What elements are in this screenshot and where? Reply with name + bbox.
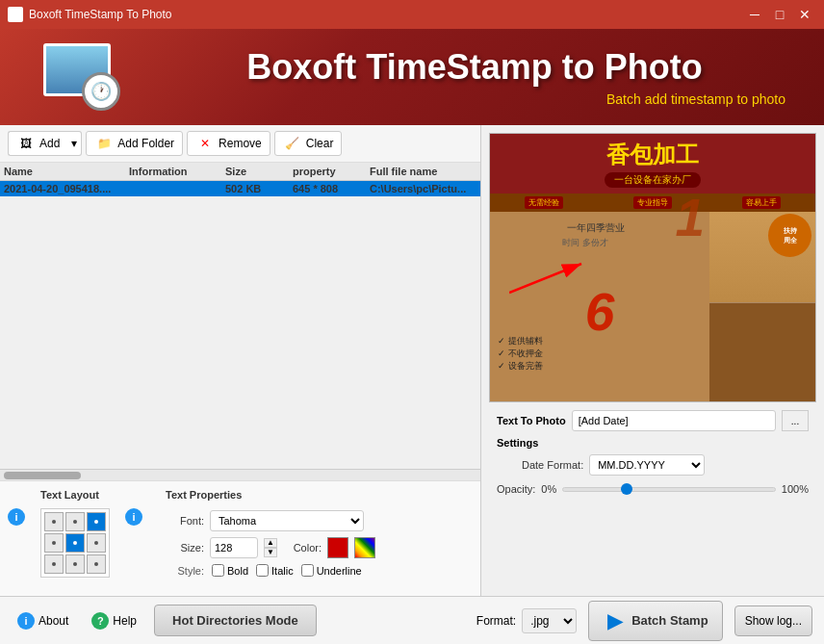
layout-dot: [73, 541, 77, 545]
poster-right: 扶持周全: [709, 212, 815, 401]
remove-icon: ✕: [195, 136, 215, 151]
italic-check-label[interactable]: Italic: [256, 564, 294, 577]
add-dropdown-arrow[interactable]: ▾: [67, 131, 82, 156]
header-title: Boxoft TimeStamp to Photo: [144, 47, 805, 88]
clear-icon: 🧹: [283, 136, 302, 151]
layout-cell-0-0[interactable]: [44, 512, 64, 531]
layout-dot: [94, 562, 98, 566]
show-log-button[interactable]: Show log...: [734, 605, 812, 636]
format-row: Format: .jpg .png .bmp: [476, 608, 577, 633]
slider-thumb[interactable]: [621, 483, 632, 495]
layout-cell-2-0[interactable]: [44, 554, 64, 574]
col-header-size: Size: [225, 166, 293, 177]
maximize-button[interactable]: □: [768, 5, 791, 24]
settings-label: Settings: [497, 437, 538, 449]
color-label: Color:: [283, 542, 322, 554]
big-number-6: 6: [585, 286, 615, 339]
layout-cell-1-1[interactable]: [65, 533, 85, 553]
col-header-fullname: Full file name: [370, 166, 476, 177]
layout-cell-2-1[interactable]: [65, 554, 85, 574]
file-list-body[interactable]: 2021-04-20_095418.... 502 KB 645 * 808 C…: [0, 181, 480, 469]
file-list-area: Name Information Size property Full file…: [0, 163, 480, 480]
add-dropdown: 🖼 Add ▾: [8, 131, 82, 156]
ttp-input[interactable]: [572, 410, 776, 431]
text-layout-section: Text Layout: [40, 489, 110, 588]
remove-button[interactable]: ✕ Remove: [187, 131, 270, 156]
bold-label: Bold: [227, 565, 248, 577]
color-palette-button[interactable]: [354, 537, 375, 558]
ttp-browse-button[interactable]: ...: [782, 410, 809, 431]
feature-1: ✓ 提供辅料: [498, 335, 543, 348]
text-properties-section: Text Properties Font: Tahoma Size: ▲ ▼ C…: [166, 489, 375, 588]
help-label: Help: [113, 614, 137, 628]
file-list-header: Name Information Size property Full file…: [0, 163, 480, 181]
poster-time-text: 时间 多份才: [562, 237, 608, 249]
date-format-select[interactable]: MM.DD.YYYY DD.MM.YYYY YYYY.MM.DD: [589, 454, 705, 476]
minimize-button[interactable]: ─: [743, 5, 766, 24]
add-folder-button[interactable]: 📁 Add Folder: [86, 131, 183, 156]
size-label: Size:: [166, 542, 204, 554]
bottom-bar: i About ? Help Hot Directories Mode Form…: [0, 596, 824, 644]
layout-dot: [73, 562, 77, 566]
toolbar: 🖼 Add ▾ 📁 Add Folder ✕ Remove 🧹 Clear: [0, 125, 480, 163]
poster-top-banner: 香包加工 一台设备在家办厂: [490, 134, 815, 193]
layout-dot: [52, 562, 56, 566]
layout-cell-0-2[interactable]: [87, 512, 106, 531]
help-button[interactable]: ? Help: [86, 608, 142, 633]
about-label: About: [39, 614, 68, 628]
titlebar-title: Boxoft TimeStamp To Photo: [29, 8, 172, 21]
italic-checkbox[interactable]: [256, 564, 269, 577]
layout-dot: [73, 520, 77, 524]
close-button[interactable]: ✕: [793, 5, 816, 24]
batch-stamp-button[interactable]: ▶ Batch Stamp: [588, 601, 722, 641]
date-format-label: Date Format:: [522, 459, 583, 471]
arrow-overlay: [509, 259, 586, 297]
remove-label: Remove: [219, 137, 262, 150]
red-arrow-svg: [509, 259, 586, 297]
format-select[interactable]: .jpg .png .bmp: [522, 608, 577, 633]
help-icon-1[interactable]: i: [8, 508, 25, 526]
preview-wrapper: 香包加工 一台设备在家办厂 无需经验 专业指导 容易上手 6 一年四季营业 时: [489, 133, 816, 402]
horizontal-scrollbar[interactable]: [0, 469, 480, 480]
font-row: Font: Tahoma: [166, 510, 375, 531]
settings-header: Settings: [497, 437, 809, 449]
text-to-photo-row: Text To Photo ...: [497, 410, 809, 431]
batch-play-icon: ▶: [603, 609, 626, 632]
bold-checkbox[interactable]: [212, 564, 224, 577]
hot-directories-button[interactable]: Hot Directories Mode: [154, 605, 317, 636]
layout-cell-1-2[interactable]: [87, 533, 106, 553]
font-select[interactable]: Tahoma: [210, 510, 364, 531]
opacity-max: 100%: [782, 483, 809, 495]
help-icon-2[interactable]: i: [125, 508, 142, 526]
scrollbar-thumb-h: [4, 472, 81, 479]
underline-check-label[interactable]: Underline: [301, 564, 362, 577]
poster-subtitle: 一台设备在家办厂: [605, 172, 701, 188]
size-row: Size: ▲ ▼ Color:: [166, 537, 375, 558]
font-label: Font:: [166, 515, 204, 527]
poster-bg-bottom: [709, 302, 815, 401]
cell-fullname: C:\Users\pc\Pictu...: [370, 183, 476, 194]
opacity-row: Opacity: 0% 100%: [497, 481, 809, 497]
clear-button[interactable]: 🧹 Clear: [274, 131, 343, 156]
layout-cell-1-0[interactable]: [44, 533, 64, 553]
table-row[interactable]: 2021-04-20_095418.... 502 KB 645 * 808 C…: [0, 181, 480, 196]
opacity-value: 0%: [541, 483, 556, 495]
left-panel: 🖼 Add ▾ 📁 Add Folder ✕ Remove 🧹 Clear Na…: [0, 125, 481, 596]
color-box[interactable]: [327, 537, 348, 558]
text-properties-title: Text Properties: [166, 489, 375, 501]
about-button[interactable]: i About: [12, 608, 74, 633]
settings-panel: Text To Photo ... Settings Date Format: …: [489, 402, 816, 504]
size-input[interactable]: [210, 537, 258, 558]
help-icon-bottom: ?: [91, 612, 109, 630]
size-up-button[interactable]: ▲: [264, 538, 277, 548]
add-button[interactable]: 🖼 Add: [8, 131, 67, 156]
layout-cell-2-2[interactable]: [87, 554, 106, 574]
opacity-slider-container[interactable]: [562, 481, 776, 497]
poster-features: ✓ 提供辅料 ✓ 不收押金 ✓ 设备完善: [498, 335, 543, 373]
layout-cell-0-1[interactable]: [65, 512, 85, 531]
underline-checkbox[interactable]: [301, 564, 314, 577]
size-down-button[interactable]: ▼: [264, 548, 277, 557]
bold-check-label[interactable]: Bold: [212, 564, 248, 577]
style-label: Style:: [166, 565, 204, 577]
header-banner: 🕐 Boxoft TimeStamp to Photo Batch add ti…: [0, 29, 824, 125]
